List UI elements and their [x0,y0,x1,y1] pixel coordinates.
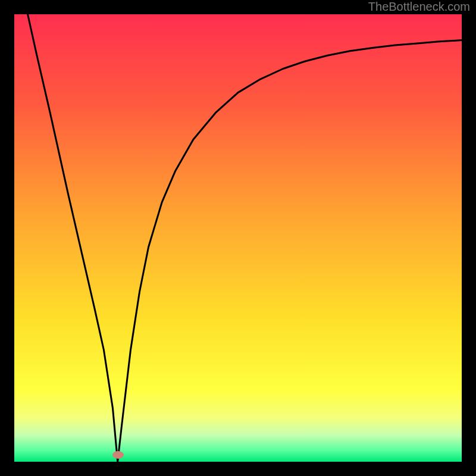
chart-container: TheBottleneck.com [0,0,476,476]
bottleneck-curve [14,14,462,462]
optimal-point-marker [112,451,124,459]
watermark-text: TheBottleneck.com [368,0,470,14]
